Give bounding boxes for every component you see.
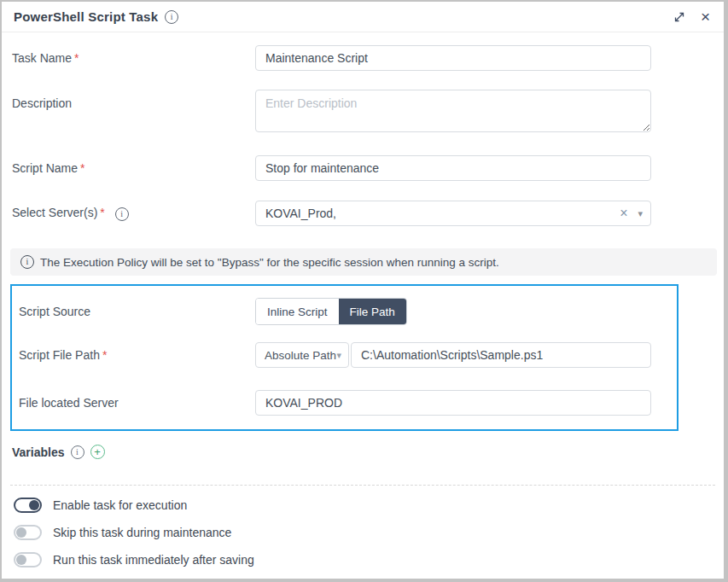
inline-script-button[interactable]: Inline Script <box>256 299 339 324</box>
select-servers-row: Select Server(s)* i KOVAI_Prod, × ▾ <box>12 201 713 226</box>
script-source-section: Script Source Inline Script File Path Sc… <box>10 284 678 431</box>
chevron-down-icon: ▾ <box>336 350 341 361</box>
script-name-input[interactable] <box>255 155 651 181</box>
description-row: Description <box>12 90 713 136</box>
path-type-value: Absolute Path <box>265 349 336 362</box>
required-asterisk: * <box>74 51 79 65</box>
skip-task-toggle[interactable] <box>14 525 42 540</box>
file-located-server-input[interactable] <box>255 390 651 416</box>
dialog-body: Task Name* Description Script Name* Sele… <box>2 32 724 567</box>
run-immediately-label: Run this task immediately after saving <box>53 553 254 567</box>
select-servers-info-icon[interactable]: i <box>115 207 129 221</box>
toggle-knob <box>29 500 39 510</box>
select-servers-combobox[interactable]: KOVAI_Prod, × ▾ <box>255 201 651 226</box>
chevron-down-icon[interactable]: ▾ <box>638 208 643 219</box>
banner-info-icon: i <box>20 255 34 269</box>
script-file-path-label: Script File Path* <box>19 348 255 362</box>
script-source-label: Script Source <box>19 305 255 318</box>
description-label: Description <box>12 90 255 110</box>
enable-task-toggle[interactable] <box>14 498 42 513</box>
enable-task-row: Enable task for execution <box>12 498 713 513</box>
toggle-knob <box>16 555 26 565</box>
clear-selection-icon[interactable]: × <box>616 207 631 220</box>
path-type-select[interactable]: Absolute Path ▾ <box>255 342 349 368</box>
variables-row: Variables i + <box>12 445 713 459</box>
file-located-server-row: File located Server <box>19 390 670 416</box>
required-asterisk: * <box>80 161 84 175</box>
variables-info-icon[interactable]: i <box>71 445 84 459</box>
select-servers-label: Select Server(s)* i <box>12 206 255 221</box>
powershell-script-task-dialog: PowerShell Script Task i × Task Name* De… <box>0 0 728 582</box>
file-path-button[interactable]: File Path <box>339 299 406 324</box>
required-asterisk: * <box>102 348 107 362</box>
script-file-path-input[interactable] <box>351 342 651 368</box>
execution-policy-banner: i The Execution Policy will be set to "B… <box>10 248 717 276</box>
script-source-toggle-group: Inline Script File Path <box>255 298 407 325</box>
script-source-row: Script Source Inline Script File Path <box>19 298 670 325</box>
dialog-title: PowerShell Script Task <box>14 9 158 24</box>
task-name-input[interactable] <box>255 45 651 71</box>
script-file-path-row: Script File Path* Absolute Path ▾ <box>19 342 670 368</box>
banner-text: The Execution Policy will be set to "Byp… <box>40 256 499 269</box>
expand-icon[interactable] <box>673 11 685 23</box>
dialog-header: PowerShell Script Task i × <box>2 2 724 32</box>
close-icon[interactable]: × <box>701 9 710 25</box>
title-info-icon[interactable]: i <box>165 10 178 24</box>
skip-task-row: Skip this task during maintenance <box>12 525 713 540</box>
dashed-divider <box>10 485 715 486</box>
enable-task-label: Enable task for execution <box>53 498 187 512</box>
task-name-row: Task Name* <box>12 45 713 71</box>
script-name-label: Script Name* <box>12 161 255 175</box>
file-located-server-label: File located Server <box>19 396 255 410</box>
description-textarea[interactable] <box>255 90 651 132</box>
task-name-label: Task Name* <box>12 51 255 65</box>
required-asterisk: * <box>100 206 104 219</box>
variables-label: Variables <box>12 445 65 459</box>
run-immediately-row: Run this task immediately after saving <box>12 552 713 567</box>
toggle-knob <box>16 527 26 538</box>
select-servers-value: KOVAI_Prod, <box>265 207 616 220</box>
skip-task-label: Skip this task during maintenance <box>53 526 231 539</box>
add-variable-icon[interactable]: + <box>90 445 105 459</box>
script-name-row: Script Name* <box>12 155 713 181</box>
run-immediately-toggle[interactable] <box>14 552 42 567</box>
